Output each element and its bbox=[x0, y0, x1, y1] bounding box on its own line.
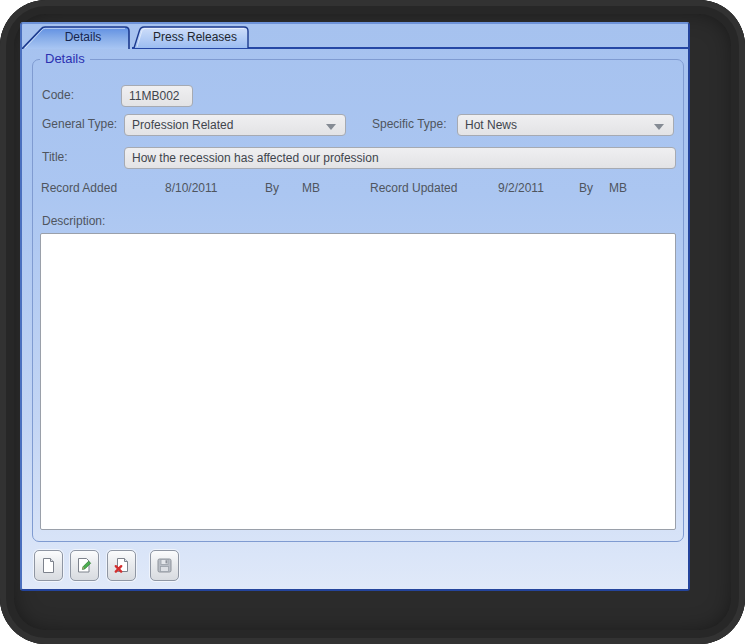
record-updated-by: MB bbox=[609, 181, 627, 196]
description-textarea[interactable] bbox=[40, 233, 676, 530]
description-label: Description: bbox=[42, 214, 105, 229]
screenshot-stage: Details Press Releases Details Code: 11M… bbox=[0, 0, 745, 644]
code-field[interactable]: 11MB002 bbox=[121, 85, 193, 107]
tab-details-label: Details bbox=[22, 26, 132, 48]
details-groupbox-title: Details bbox=[40, 51, 90, 67]
delete-icon bbox=[113, 557, 130, 574]
general-type-dropdown[interactable]: Profession Related bbox=[124, 114, 346, 136]
new-document-icon bbox=[40, 557, 57, 574]
save-record-button[interactable] bbox=[150, 550, 179, 581]
record-added-by-label: By bbox=[265, 181, 279, 196]
record-added-label: Record Added bbox=[41, 181, 117, 196]
tab-press-releases-label: Press Releases bbox=[133, 26, 251, 48]
chevron-down-icon[interactable] bbox=[654, 124, 664, 130]
new-record-button[interactable] bbox=[34, 550, 63, 581]
edit-icon bbox=[76, 557, 93, 574]
specific-type-label: Specific Type: bbox=[372, 117, 446, 132]
chevron-down-icon[interactable] bbox=[326, 124, 336, 130]
title-label: Title: bbox=[42, 150, 68, 165]
edit-record-button[interactable] bbox=[70, 550, 99, 581]
record-updated-by-label: By bbox=[579, 181, 593, 196]
delete-record-button[interactable] bbox=[107, 550, 136, 581]
code-label: Code: bbox=[42, 88, 74, 103]
tab-details[interactable]: Details bbox=[22, 26, 132, 49]
general-type-label: General Type: bbox=[42, 117, 117, 132]
details-panel: Details Press Releases Details Code: 11M… bbox=[20, 22, 690, 591]
record-added-by: MB bbox=[302, 181, 320, 196]
specific-type-dropdown[interactable]: Hot News bbox=[457, 114, 674, 136]
record-added-date: 8/10/2011 bbox=[165, 181, 218, 196]
record-updated-date: 9/2/2011 bbox=[498, 181, 544, 196]
general-type-value: Profession Related bbox=[132, 118, 233, 132]
save-icon bbox=[156, 557, 173, 574]
record-updated-label: Record Updated bbox=[370, 181, 457, 196]
title-field[interactable]: How the recession has affected our profe… bbox=[124, 147, 676, 169]
tab-press-releases[interactable]: Press Releases bbox=[133, 26, 251, 49]
specific-type-value: Hot News bbox=[465, 118, 517, 132]
